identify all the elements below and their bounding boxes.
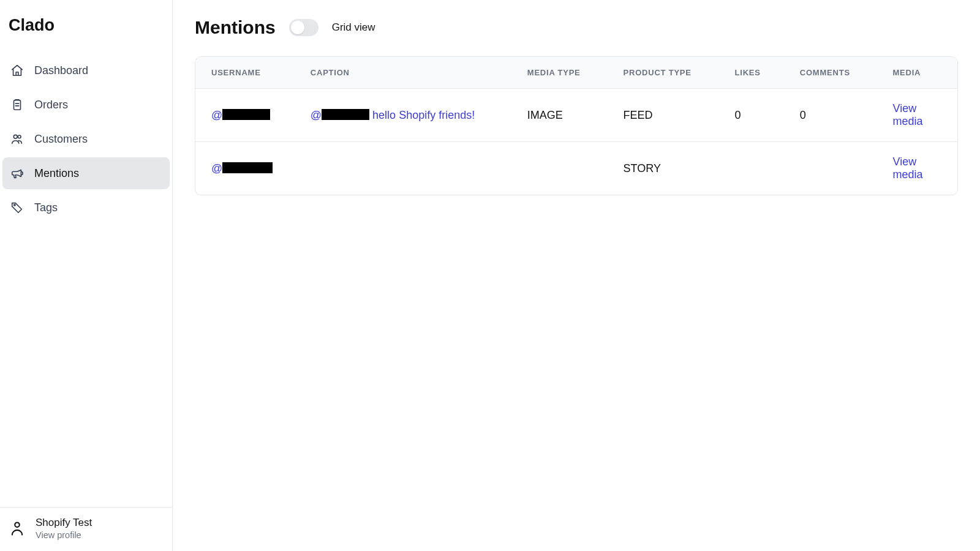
sidebar-item-dashboard[interactable]: Dashboard [2, 54, 170, 86]
username-link[interactable]: @ [211, 109, 270, 121]
sidebar-item-label: Orders [34, 99, 68, 111]
username-link[interactable]: @ [211, 162, 273, 174]
view-profile-link[interactable]: View profile [36, 530, 92, 540]
users-icon [10, 132, 24, 146]
col-media: MEDIA [876, 57, 957, 89]
page-title: Mentions [195, 17, 276, 38]
sidebar-item-label: Dashboard [34, 64, 88, 77]
view-media-link[interactable]: View media [892, 102, 922, 127]
sidebar-item-label: Customers [34, 133, 88, 146]
cell-media-type [511, 142, 608, 195]
cell-media: View media [876, 89, 957, 142]
sidebar-item-label: Tags [34, 201, 58, 214]
table-row: @ @ hello Shopify friends! IMAGE FEED 0 … [195, 89, 957, 142]
col-likes: LIKES [719, 57, 784, 89]
sidebar-item-mentions[interactable]: Mentions [2, 157, 170, 189]
table-row: @ STORY View media [195, 142, 957, 195]
sidebar-item-customers[interactable]: Customers [2, 123, 170, 155]
cell-username: @ [195, 142, 295, 195]
cell-comments [784, 142, 877, 195]
cell-product-type: FEED [608, 89, 719, 142]
col-caption: CAPTION [295, 57, 511, 89]
caption-text: hello Shopify friends! [369, 109, 475, 121]
mentions-table-card: USERNAME CAPTION MEDIA TYPE PRODUCT TYPE… [195, 56, 958, 195]
sidebar-item-tags[interactable]: Tags [2, 192, 170, 223]
user-icon [9, 520, 26, 537]
col-comments: COMMENTS [784, 57, 877, 89]
sidebar-footer[interactable]: Shopify Test View profile [0, 507, 172, 551]
user-info: Shopify Test View profile [36, 517, 92, 540]
tag-icon [10, 200, 24, 215]
home-icon [10, 63, 24, 78]
cell-likes: 0 [719, 89, 784, 142]
svg-rect-0 [14, 100, 21, 110]
cell-likes [719, 142, 784, 195]
col-product-type: PRODUCT TYPE [608, 57, 719, 89]
megaphone-icon [10, 166, 24, 181]
cell-media: View media [876, 142, 957, 195]
toggle-knob [291, 21, 304, 34]
cell-username: @ [195, 89, 295, 142]
main-content: Mentions Grid view USERNAME CAPTION MEDI… [173, 0, 980, 551]
svg-point-2 [18, 135, 21, 138]
svg-point-3 [14, 204, 15, 206]
view-media-link[interactable]: View media [892, 156, 922, 181]
sidebar-item-label: Mentions [34, 167, 79, 180]
sidebar-nav: Dashboard Orders Customers Mentions Tags [0, 47, 172, 231]
cell-caption [295, 142, 511, 195]
sidebar-item-orders[interactable]: Orders [2, 89, 170, 121]
svg-point-1 [13, 135, 17, 138]
brand-title: Clado [0, 0, 172, 47]
redacted-mention [322, 109, 369, 120]
toggle-label: Grid view [332, 21, 375, 34]
redacted-username [222, 109, 270, 120]
page-header: Mentions Grid view [195, 17, 958, 38]
cell-caption: @ hello Shopify friends! [295, 89, 511, 142]
clipboard-icon [10, 97, 24, 112]
grid-view-toggle[interactable] [289, 19, 318, 36]
sidebar: Clado Dashboard Orders Customers Mention… [0, 0, 173, 551]
svg-point-4 [15, 522, 19, 527]
user-name: Shopify Test [36, 517, 92, 529]
col-username: USERNAME [195, 57, 295, 89]
table-header-row: USERNAME CAPTION MEDIA TYPE PRODUCT TYPE… [195, 57, 957, 89]
cell-media-type: IMAGE [511, 89, 608, 142]
cell-comments: 0 [784, 89, 877, 142]
caption-mention-link[interactable]: @ [311, 109, 369, 121]
redacted-username [222, 162, 273, 173]
cell-product-type: STORY [608, 142, 719, 195]
mentions-table: USERNAME CAPTION MEDIA TYPE PRODUCT TYPE… [195, 57, 957, 195]
col-media-type: MEDIA TYPE [511, 57, 608, 89]
